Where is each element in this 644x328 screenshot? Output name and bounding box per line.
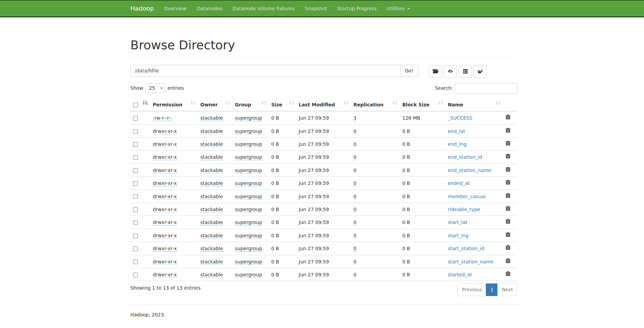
- owner-editable[interactable]: stackable: [200, 168, 223, 174]
- row-checkbox[interactable]: [133, 194, 138, 199]
- row-checkbox[interactable]: [133, 260, 138, 264]
- owner-editable[interactable]: stackable: [200, 128, 223, 135]
- pagination-previous[interactable]: Previous: [457, 283, 486, 296]
- owner-editable[interactable]: stackable: [200, 194, 223, 200]
- group-editable[interactable]: supergroup: [235, 259, 262, 265]
- select-all-checkbox[interactable]: [133, 103, 138, 107]
- permission-editable[interactable]: -rw-r--r--: [153, 115, 172, 121]
- owner-editable[interactable]: stackable: [200, 180, 223, 187]
- row-checkbox[interactable]: [133, 207, 138, 212]
- row-checkbox[interactable]: [133, 129, 138, 134]
- delete-button[interactable]: [505, 179, 511, 185]
- nav-item-snapshot[interactable]: Snapshot: [300, 0, 332, 17]
- delete-button[interactable]: [505, 206, 511, 211]
- permission-editable[interactable]: drwxr-xr-x: [153, 233, 177, 239]
- column-header-name[interactable]: Name: [445, 99, 503, 111]
- replication-editable[interactable]: 0: [353, 272, 356, 278]
- row-checkbox[interactable]: [133, 234, 138, 238]
- delete-button[interactable]: [505, 219, 511, 224]
- delete-button[interactable]: [505, 232, 511, 237]
- delete-button[interactable]: [505, 193, 511, 198]
- replication-editable[interactable]: 0: [353, 141, 356, 148]
- delete-button[interactable]: [505, 167, 511, 172]
- group-editable[interactable]: supergroup: [235, 233, 262, 239]
- permission-editable[interactable]: drwxr-xr-x: [153, 272, 177, 278]
- owner-editable[interactable]: stackable: [200, 272, 223, 278]
- replication-editable[interactable]: 0: [353, 246, 356, 252]
- group-editable[interactable]: supergroup: [235, 207, 262, 213]
- group-editable[interactable]: supergroup: [235, 272, 262, 278]
- group-editable[interactable]: supergroup: [235, 141, 262, 148]
- replication-editable[interactable]: 0: [353, 180, 356, 187]
- permission-editable[interactable]: drwxr-xr-x: [153, 259, 177, 265]
- file-name-link[interactable]: member_casual: [448, 194, 485, 199]
- delete-button[interactable]: [505, 258, 511, 263]
- delete-button[interactable]: [505, 114, 511, 120]
- file-name-link[interactable]: end_lat: [448, 128, 465, 134]
- delete-button[interactable]: [505, 245, 511, 250]
- nav-item-utilities[interactable]: Utilities: [382, 0, 415, 17]
- permission-editable[interactable]: drwxr-xr-x: [153, 220, 177, 226]
- permission-editable[interactable]: drwxr-xr-x: [153, 246, 177, 252]
- pagination-page-1[interactable]: 1: [486, 283, 498, 296]
- file-name-link[interactable]: _SUCCESS: [448, 115, 472, 121]
- nav-item-datanode-volume-failures[interactable]: Datanode Volume Failures: [227, 0, 300, 17]
- file-name-link[interactable]: start_station_name: [448, 259, 494, 264]
- row-checkbox[interactable]: [133, 221, 138, 225]
- row-checkbox[interactable]: [133, 168, 138, 173]
- permission-editable[interactable]: drwxr-xr-x: [153, 207, 177, 213]
- permission-editable[interactable]: drwxr-xr-x: [153, 194, 177, 200]
- go-button[interactable]: Go!: [400, 65, 418, 77]
- group-editable[interactable]: supergroup: [235, 115, 262, 121]
- file-name-link[interactable]: end_station_name: [448, 168, 491, 173]
- delete-button[interactable]: [505, 153, 511, 159]
- file-name-link[interactable]: rideable_type: [448, 207, 480, 212]
- permission-editable[interactable]: drwxr-xr-x: [153, 180, 177, 187]
- replication-editable[interactable]: 0: [353, 259, 356, 265]
- owner-editable[interactable]: stackable: [200, 259, 223, 265]
- row-checkbox[interactable]: [133, 116, 138, 121]
- owner-editable[interactable]: stackable: [200, 154, 223, 160]
- column-header-last-modified[interactable]: Last Modified: [296, 99, 351, 111]
- owner-editable[interactable]: stackable: [200, 233, 223, 239]
- page-length-select[interactable]: 25: [145, 83, 166, 93]
- permission-editable[interactable]: drwxr-xr-x: [153, 154, 177, 160]
- row-checkbox[interactable]: [133, 246, 138, 251]
- pagination-next[interactable]: Next: [498, 283, 517, 296]
- replication-editable[interactable]: 0: [353, 194, 356, 200]
- replication-editable[interactable]: 0: [353, 168, 356, 174]
- row-checkbox[interactable]: [133, 181, 138, 186]
- group-editable[interactable]: supergroup: [235, 180, 262, 187]
- file-name-link[interactable]: start_lng: [448, 233, 468, 238]
- select-all-header[interactable]: [130, 99, 150, 111]
- column-header-group[interactable]: Group: [232, 99, 269, 111]
- owner-editable[interactable]: stackable: [200, 141, 223, 148]
- brand-link[interactable]: Hadoop: [125, 0, 159, 17]
- permission-editable[interactable]: drwxr-xr-x: [153, 168, 177, 174]
- filesystem-summary-button[interactable]: [459, 65, 472, 77]
- permission-editable[interactable]: drwxr-xr-x: [153, 128, 177, 135]
- owner-editable[interactable]: stackable: [200, 246, 223, 252]
- owner-editable[interactable]: stackable: [200, 207, 223, 213]
- delete-button[interactable]: [505, 127, 511, 133]
- group-editable[interactable]: supergroup: [235, 246, 262, 252]
- group-editable[interactable]: supergroup: [235, 168, 262, 174]
- file-name-link[interactable]: start_station_id: [448, 246, 484, 251]
- file-name-link[interactable]: start_lat: [448, 220, 467, 225]
- file-name-link[interactable]: started_at: [448, 272, 472, 277]
- owner-editable[interactable]: stackable: [200, 115, 223, 121]
- group-editable[interactable]: supergroup: [235, 194, 262, 200]
- column-header-block-size[interactable]: Block Size: [400, 99, 445, 111]
- delete-button[interactable]: [505, 271, 511, 276]
- file-name-link[interactable]: ended_at: [448, 180, 470, 186]
- replication-editable[interactable]: 0: [353, 154, 356, 160]
- replication-editable[interactable]: 0: [353, 128, 356, 135]
- nav-item-datanodes[interactable]: Datanodes: [191, 0, 227, 17]
- permission-editable[interactable]: drwxr-xr-x: [153, 141, 177, 148]
- replication-editable[interactable]: 0: [353, 207, 356, 213]
- group-editable[interactable]: supergroup: [235, 154, 262, 160]
- nav-item-overview[interactable]: Overview: [159, 0, 191, 17]
- group-editable[interactable]: supergroup: [235, 128, 262, 135]
- replication-editable[interactable]: 0: [353, 233, 356, 239]
- replication-editable[interactable]: 0: [353, 220, 356, 226]
